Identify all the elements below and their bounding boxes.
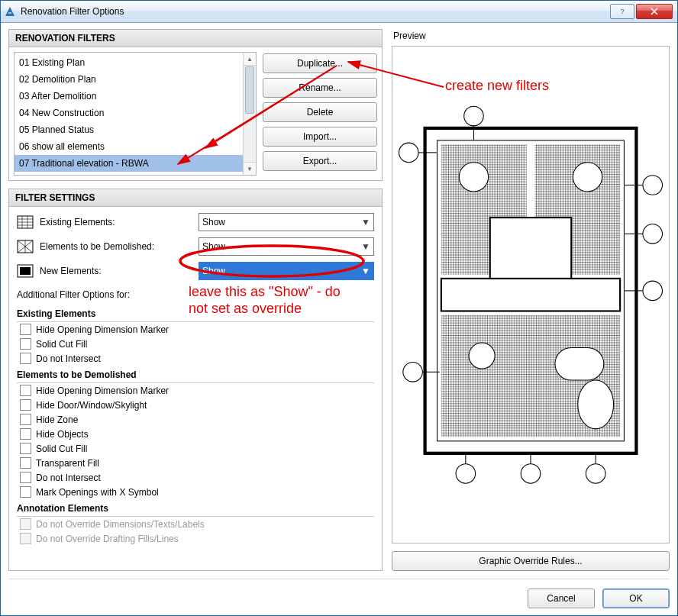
svg-point-16 — [469, 343, 495, 369]
close-button[interactable] — [636, 4, 673, 19]
checkbox[interactable] — [20, 353, 31, 364]
filters-box: 01 Existing Plan02 Demolition Plan03 Aft… — [8, 47, 383, 181]
dialog-body: RENOVATION FILTERS 01 Existing Plan02 De… — [1, 23, 677, 616]
combo-existing-elements[interactable]: Show ▼ — [199, 213, 374, 231]
row-demolished-elements: Elements to be Demolished: Show ▼ — [17, 237, 374, 256]
checkbox-row[interactable]: Solid Cut Fill — [17, 441, 374, 456]
svg-point-22 — [643, 224, 663, 243]
new-elements-icon — [17, 264, 34, 278]
checkbox-row[interactable]: Hide Opening Dimension Marker — [17, 322, 374, 337]
filter-list-item[interactable]: 07 Traditional elevation - RBWA — [15, 155, 256, 172]
combo-value: Show — [202, 266, 225, 276]
checkbox[interactable] — [20, 414, 31, 425]
filter-list-item[interactable]: 04 New Construction — [15, 105, 256, 121]
checkbox-label: Solid Cut Fill — [36, 443, 87, 454]
svg-rect-15 — [555, 347, 604, 380]
delete-button[interactable]: Delete — [263, 102, 377, 122]
checkbox[interactable] — [20, 338, 31, 350]
right-column: Preview — [392, 29, 670, 571]
filter-settings-section: FILTER SETTINGS Existing Elements: Show … — [8, 189, 383, 571]
combo-value: Show — [202, 241, 225, 252]
svg-rect-4 — [20, 267, 31, 275]
checkbox — [20, 518, 31, 530]
export-button[interactable]: Export... — [263, 151, 377, 171]
chevron-down-icon: ▼ — [360, 215, 372, 229]
row-existing-elements: Existing Elements: Show ▼ — [17, 213, 374, 231]
filter-list-item[interactable]: 01 Existing Plan — [15, 54, 256, 71]
ok-button[interactable]: OK — [602, 589, 670, 608]
checkbox-row[interactable]: Hide Opening Dimension Marker — [17, 383, 374, 398]
checkbox — [20, 533, 31, 544]
checkbox[interactable] — [20, 324, 31, 335]
combo-new-elements[interactable]: Show ▼ — [199, 262, 374, 280]
checkbox-row[interactable]: Do not Intersect — [17, 470, 374, 485]
svg-point-34 — [464, 106, 484, 126]
cancel-button[interactable]: Cancel — [528, 589, 595, 608]
filter-action-buttons: Duplicate... Rename... Delete Import... … — [263, 52, 377, 176]
svg-rect-12 — [441, 279, 620, 311]
checkbox-row[interactable]: Hide Door/Window/Skylight — [17, 398, 374, 412]
graphic-override-rules-button[interactable]: Graphic Override Rules... — [392, 551, 670, 571]
svg-text:?: ? — [620, 8, 624, 15]
checkbox[interactable] — [20, 457, 31, 469]
checkbox-label: Mark Openings with X Symbol — [36, 487, 159, 498]
checkbox[interactable] — [20, 428, 31, 440]
label-demolished-elements: Elements to be Demolished: — [40, 241, 192, 252]
combo-demolished-elements[interactable]: Show ▼ — [199, 237, 374, 256]
checkbox-label: Hide Zone — [36, 414, 78, 425]
checkbox[interactable] — [20, 399, 31, 411]
checkbox-label: Hide Opening Dimension Marker — [36, 385, 169, 396]
checkbox-row[interactable]: Hide Objects — [17, 427, 374, 441]
checkbox-label: Do not Override Dimensions/Texts/Labels — [36, 519, 205, 530]
svg-point-28 — [456, 463, 476, 483]
preview-label: Preview — [393, 31, 670, 41]
checkbox-label: Solid Cut Fill — [36, 339, 87, 350]
checkbox[interactable] — [20, 443, 31, 454]
chevron-down-icon: ▼ — [360, 240, 372, 253]
filter-list-item[interactable]: 02 Demolition Plan — [15, 71, 256, 88]
import-button[interactable]: Import... — [263, 127, 377, 147]
scroll-down-icon[interactable]: ▼ — [244, 162, 256, 175]
preview-floorplan — [392, 104, 669, 485]
checkbox-label: Hide Door/Window/Skylight — [36, 400, 147, 411]
titlebar: Renovation Filter Options ? — [1, 1, 677, 23]
svg-point-14 — [573, 162, 602, 191]
checkbox-row[interactable]: Transparent Fill — [17, 456, 374, 470]
preview-box — [392, 46, 670, 543]
duplicate-button[interactable]: Duplicate... — [263, 53, 377, 73]
header-filter-settings: FILTER SETTINGS — [8, 189, 383, 207]
rename-button[interactable]: Rename... — [263, 78, 377, 98]
checkbox-row[interactable]: Do not Intersect — [17, 351, 374, 366]
option-group-header: Annotation Elements — [17, 501, 374, 517]
filter-list[interactable]: 01 Existing Plan02 Demolition Plan03 Aft… — [14, 52, 257, 176]
svg-point-17 — [578, 380, 614, 429]
option-group-header: Existing Elements — [17, 306, 374, 322]
checkbox-row[interactable]: Solid Cut Fill — [17, 337, 374, 351]
filter-list-item[interactable]: 08 Modern elevation - RBWA — [15, 172, 256, 176]
svg-point-26 — [403, 362, 423, 382]
svg-point-18 — [399, 143, 419, 163]
filter-list-item[interactable]: 05 Planned Status — [15, 121, 256, 138]
checkbox-label: Hide Objects — [36, 429, 89, 440]
filter-list-item[interactable]: 06 show all elements — [15, 138, 256, 155]
help-button[interactable]: ? — [610, 4, 634, 19]
scrollbar-vertical[interactable]: ▲ ▼ — [243, 53, 256, 175]
checkbox[interactable] — [20, 385, 31, 396]
option-group-header: Elements to be Demolished — [17, 367, 374, 383]
left-column: RENOVATION FILTERS 01 Existing Plan02 De… — [8, 29, 383, 571]
additional-options-label: Additional Filter Options for: — [17, 289, 374, 300]
checkbox-row[interactable]: Hide Zone — [17, 412, 374, 427]
header-renovation-filters: RENOVATION FILTERS — [8, 29, 383, 47]
scroll-thumb[interactable] — [245, 66, 254, 114]
svg-point-30 — [521, 463, 541, 483]
scroll-up-icon[interactable]: ▲ — [244, 53, 256, 66]
filter-list-item[interactable]: 03 After Demolition — [15, 88, 256, 105]
label-new-elements: New Elements: — [40, 266, 192, 276]
combo-value: Show — [202, 217, 225, 227]
filter-settings-body: Existing Elements: Show ▼ Elements to be… — [8, 207, 383, 571]
checkbox[interactable] — [20, 486, 31, 498]
checkbox[interactable] — [20, 472, 31, 483]
checkbox-row[interactable]: Mark Openings with X Symbol — [17, 485, 374, 499]
checkbox-label: Hide Opening Dimension Marker — [36, 324, 169, 335]
checkbox-label: Transparent Fill — [36, 458, 99, 469]
